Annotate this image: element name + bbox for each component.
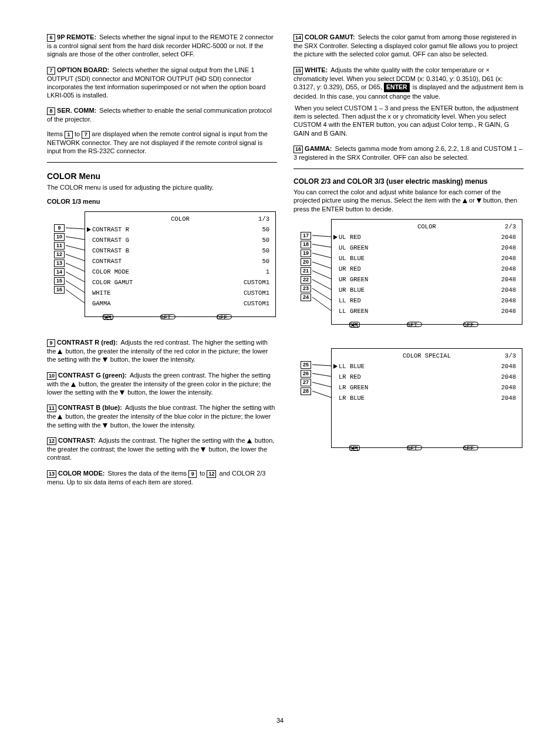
lead-7: OPTION BOARD:	[57, 66, 109, 73]
menu1-k6: WHITE	[92, 289, 111, 298]
menu1-v2: 50	[262, 247, 269, 255]
lead-8: SER. COMM:	[57, 107, 96, 114]
body-10c: button, the lower the intensity.	[126, 389, 212, 396]
entry-12: 12 CONTRAST: Adjusts the contrast. The h…	[47, 436, 277, 462]
tag-23: 23	[301, 285, 311, 292]
color-23-note: You can correct the color and adjust whi…	[294, 188, 524, 213]
menu2-v3: 2048	[501, 265, 516, 274]
svg-line-8	[312, 235, 331, 237]
menu3-k2: LR GREEN	[339, 384, 368, 392]
num-7: 7	[47, 67, 55, 75]
tag-11: 11	[54, 242, 65, 250]
color-23-heading: COLOR 2/3 and COLOR 3/3 (user electric m…	[294, 177, 524, 187]
menu1-k7: GAMMA	[92, 300, 111, 308]
tag-13: 13	[54, 260, 65, 267]
menu-screen-1: COLOR 1/3 CONTRAST R50 CONTRAST G50 CONT…	[85, 211, 276, 317]
menu1-k4: COLOR MODE	[92, 268, 129, 277]
tag-18: 18	[301, 241, 311, 248]
entry-13: 13 COLOR MODE: Stores the data of the it…	[47, 469, 277, 486]
svg-line-4	[66, 263, 85, 271]
svg-line-6	[66, 281, 85, 292]
lead-12: CONTRAST:	[58, 437, 96, 444]
num-8: 8	[47, 107, 55, 115]
tag-15: 15	[54, 277, 65, 285]
svg-line-1	[66, 237, 85, 240]
entry-6: 6 9P REMOTE: Selects whether the signal …	[47, 33, 277, 59]
up-icon	[463, 198, 467, 203]
menu3-k1: LR RED	[339, 373, 361, 382]
menu2-v4: 2048	[501, 276, 516, 284]
num-12: 12	[47, 437, 56, 445]
tag-22: 22	[301, 276, 311, 284]
menu1-v3: 50	[262, 258, 269, 266]
menu-screen-2: COLOR 2/3 UL RED2048 UL GREEN2048 UL BLU…	[331, 219, 522, 325]
menu3-sel: SEL	[349, 445, 360, 453]
menu2-k3: UR RED	[339, 265, 361, 274]
menu1-v4: 1	[266, 268, 269, 277]
svg-line-16	[312, 365, 331, 366]
num-13: 13	[47, 470, 56, 478]
menu-color-3-3: 25 26 27 28 COLOR SPECIAL 3/3 LL BLUE204…	[301, 348, 524, 453]
menu2-cursor	[333, 235, 338, 240]
menu1-off: OFF	[217, 314, 227, 322]
svg-line-2	[66, 245, 85, 250]
entry-7: 7 OPTION BOARD: Selects whether the sign…	[47, 66, 277, 100]
menu2-k5: UR BLUE	[339, 287, 365, 295]
menu1-v1: 50	[262, 237, 269, 245]
body-13b: to	[198, 470, 207, 477]
tag-9: 9	[54, 224, 65, 232]
entry-10: 10 CONTRAST G (green): Adjusts the green…	[47, 371, 277, 397]
page-number: 34	[0, 716, 560, 725]
menu1-v0: 50	[262, 226, 269, 234]
menu1-cursor	[87, 227, 91, 232]
svg-line-3	[66, 254, 85, 261]
menu2-k2: UL BLUE	[339, 255, 365, 263]
entry-9: 9 CONTRAST R (red): Adjusts the red cont…	[47, 338, 277, 364]
menu2-v2: 2048	[501, 255, 516, 263]
color23-pb: or	[469, 197, 477, 204]
menu2-v7: 2048	[501, 308, 516, 316]
svg-line-19	[312, 391, 331, 397]
menu2-sel: SEL	[349, 322, 360, 329]
svg-line-13	[312, 279, 331, 289]
divider-right	[294, 169, 524, 169]
menu3-v3: 2048	[501, 395, 516, 403]
menu3-v2: 2048	[501, 384, 516, 392]
menu-color-1-3: 9 10 11 12 13 14 15 16 COLOR 1/3 CONTRAS…	[54, 211, 277, 328]
menu2-k6: LL RED	[339, 297, 361, 305]
tag-19: 19	[301, 250, 311, 257]
menu1-v6: CUSTOM1	[244, 289, 269, 298]
tag-21: 21	[301, 267, 311, 275]
menu2-title: COLOR	[332, 223, 522, 231]
svg-line-15	[312, 297, 331, 311]
lead-14: COLOR GAMUT:	[305, 33, 355, 41]
body-13a: Stores the data of the items	[107, 470, 189, 477]
body-15p2: When you select CUSTOM 1 – 3 and press t…	[294, 105, 518, 137]
svg-line-11	[312, 262, 331, 268]
menu3-v1: 2048	[501, 373, 516, 382]
menu3-page: 3/3	[505, 352, 516, 360]
up-icon	[58, 415, 62, 419]
menu1-page: 1/3	[258, 215, 269, 224]
tag-12: 12	[54, 251, 65, 258]
lead-15: WHITE:	[305, 66, 328, 73]
num-11: 11	[47, 405, 56, 412]
ref-box-9: 9	[188, 470, 197, 478]
menu2-set: SET	[407, 322, 417, 329]
entry-14: 14 COLOR GAMUT: Selects the color gamut …	[294, 33, 524, 59]
svg-line-10	[312, 253, 331, 258]
num-10: 10	[47, 372, 56, 380]
menu3-k0: LL BLUE	[339, 363, 365, 371]
num-16: 16	[294, 146, 303, 153]
menu2-page: 2/3	[505, 223, 516, 231]
down-icon	[103, 358, 107, 362]
menu2-v0: 2048	[501, 234, 516, 242]
body-9c: button, the lower the intensity.	[109, 356, 195, 363]
down-icon	[103, 423, 107, 428]
tag-28: 28	[301, 388, 311, 395]
menu1-title: COLOR	[85, 215, 275, 224]
menu2-v1: 2048	[501, 244, 516, 252]
tag-26: 26	[301, 370, 311, 378]
menu1-k0: CONTRAST R	[92, 226, 129, 234]
divider-left	[47, 162, 277, 163]
